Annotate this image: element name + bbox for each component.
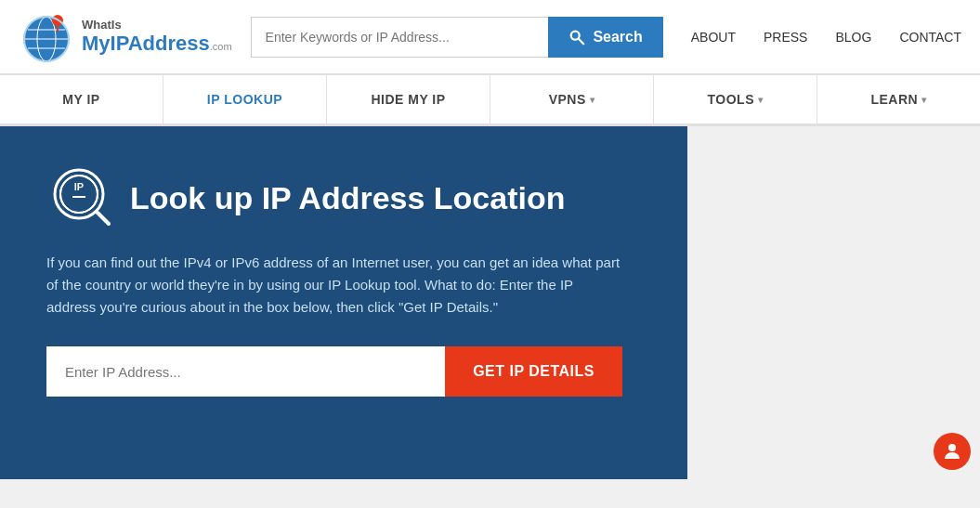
main-content: IP Look up IP Address Location If you ca… — [0, 126, 687, 479]
vpns-dropdown-arrow: ▾ — [590, 95, 595, 105]
logo-address: Address — [128, 32, 210, 55]
ip-magnifier-icon: IP — [46, 163, 116, 233]
header: WhatIs MyIPAddress.com Search ABOUT PRES… — [0, 0, 980, 74]
tools-dropdown-arrow: ▾ — [758, 95, 764, 105]
top-nav-about[interactable]: ABOUT — [691, 30, 736, 45]
person-icon — [941, 440, 963, 462]
nav-item-ip-lookup[interactable]: IP LOOKUP — [163, 75, 327, 124]
sidebar-person-icon — [934, 433, 971, 470]
nav-item-hide-my-ip[interactable]: HIDE MY IP — [327, 75, 490, 124]
learn-dropdown-arrow: ▾ — [921, 95, 927, 105]
ip-lookup-title: Look up IP Address Location — [130, 181, 566, 215]
ip-form: GET IP DETAILS — [46, 346, 622, 397]
ip-lookup-header: IP Look up IP Address Location — [46, 163, 641, 233]
svg-text:IP: IP — [74, 181, 84, 192]
search-button-label: Search — [593, 29, 642, 46]
nav-item-my-ip[interactable]: MY IP — [0, 75, 163, 124]
svg-point-17 — [948, 444, 956, 451]
svg-line-15 — [98, 213, 109, 224]
content-wrapper: IP Look up IP Address Location If you ca… — [0, 126, 980, 479]
top-nav-contact[interactable]: CONTACT — [899, 30, 961, 45]
logo-globe-icon — [19, 9, 74, 65]
top-nav-blog[interactable]: BLOG — [835, 30, 871, 45]
nav-item-learn[interactable]: LEARN ▾ — [817, 75, 980, 124]
logo-whatis: WhatIs — [82, 19, 232, 32]
nav-item-tools[interactable]: TOOLS ▾ — [654, 75, 817, 124]
svg-line-10 — [579, 38, 583, 43]
search-icon — [568, 29, 585, 46]
sidebar — [687, 126, 980, 479]
logo-com: .com — [210, 41, 232, 52]
ip-address-input[interactable] — [46, 346, 445, 397]
nav-item-vpns[interactable]: VPNS ▾ — [490, 75, 654, 124]
top-nav-press[interactable]: PRESS — [764, 30, 807, 45]
get-ip-details-button[interactable]: GET IP DETAILS — [445, 346, 622, 397]
logo-text: WhatIs MyIPAddress.com — [82, 19, 232, 54]
search-area: Search — [251, 17, 663, 58]
top-nav: ABOUT PRESS BLOG CONTACT — [691, 30, 961, 45]
search-input[interactable] — [251, 17, 549, 58]
main-nav: MY IP IP LOOKUP HIDE MY IP VPNS ▾ TOOLS … — [0, 74, 980, 126]
logo-myip: MyIP — [82, 32, 128, 55]
logo[interactable]: WhatIs MyIPAddress.com — [19, 9, 232, 65]
ip-lookup-description: If you can find out the IPv4 or IPv6 add… — [46, 252, 622, 319]
svg-point-11 — [55, 170, 103, 218]
search-button[interactable]: Search — [548, 17, 662, 58]
